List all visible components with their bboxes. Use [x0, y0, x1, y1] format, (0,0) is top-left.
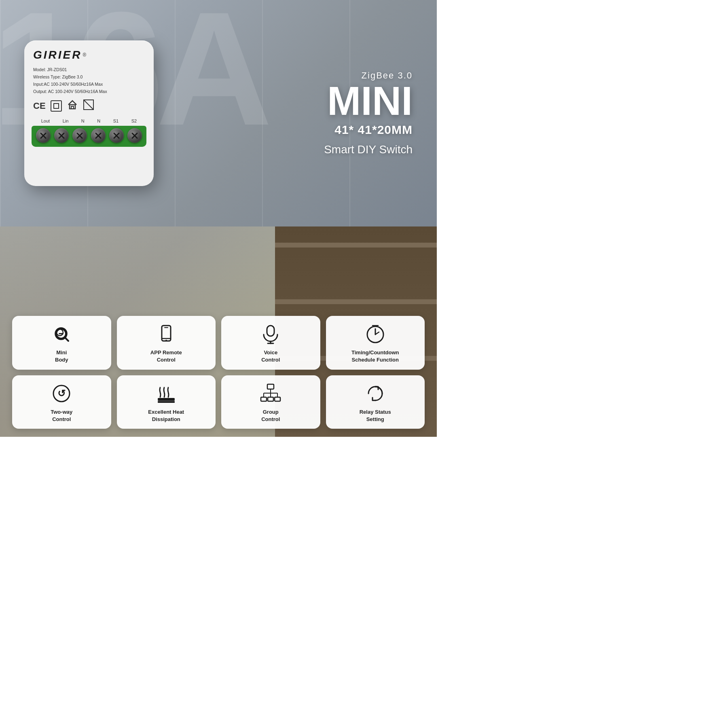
- loop-icon: ↺: [51, 383, 72, 404]
- svg-rect-33: [268, 397, 273, 401]
- svg-rect-34: [275, 397, 280, 401]
- feature-card-relay: Relay StatusSetting: [326, 375, 425, 429]
- terminal-block: [32, 126, 146, 147]
- shelf-top: [275, 243, 437, 248]
- network-icon: [260, 383, 281, 404]
- device-container: GIRIER ® Model: JR-ZDS01 Wireless Type: …: [24, 40, 154, 186]
- brand-reg: ®: [83, 52, 86, 58]
- terminal-screw-3: [72, 128, 87, 143]
- terminal-s1: S1: [113, 119, 119, 123]
- spec-text: Model: JR-ZDS01 Wireless Type: ZigBee 3.…: [33, 66, 145, 95]
- svg-rect-23: [158, 398, 175, 400]
- terminal-labels: Lout Lin N N S1 S2: [33, 119, 145, 123]
- voice-control-label: VoiceControl: [261, 349, 280, 364]
- svg-rect-14: [267, 326, 274, 336]
- cert-square-icon: [51, 100, 62, 112]
- feature-grid: MiniBody APP RemoteControl: [12, 316, 425, 429]
- terminal-screw-1: [36, 128, 51, 143]
- feature-card-two-way: ↺ Two-wayControl: [12, 375, 111, 429]
- svg-rect-13: [164, 327, 168, 328]
- model-line: Model: JR-ZDS01: [33, 66, 145, 74]
- feature-card-voice-control: VoiceControl: [221, 316, 320, 369]
- relay-status-label: Relay StatusSetting: [360, 408, 391, 423]
- top-section: 16A GIRIER ® Model: JR-ZDS01 Wireless Ty…: [0, 0, 437, 226]
- smartphone-icon: [155, 323, 177, 345]
- magnify-minus-icon: [51, 323, 72, 345]
- terminal-n2: N: [97, 119, 100, 123]
- product-info: ZigBee 3.0 MINI 41* 41*20MM Smart DIY Sw…: [324, 70, 413, 156]
- svg-line-4: [84, 100, 93, 110]
- svg-rect-24: [158, 400, 175, 402]
- product-type: Smart DIY Switch: [324, 143, 413, 156]
- svg-line-8: [65, 338, 68, 341]
- terminal-screw-2: [54, 128, 69, 143]
- heat-label: Excellent HeatDissipation: [148, 408, 184, 423]
- timing-label: Timing/CountdownSchedule Function: [351, 349, 399, 364]
- svg-rect-26: [267, 384, 274, 389]
- svg-rect-32: [261, 397, 267, 401]
- wireless-line: Wireless Type: ZigBee 3.0: [33, 74, 145, 81]
- app-remote-label: APP RemoteControl: [150, 349, 182, 364]
- refresh-icon: [364, 383, 386, 404]
- cert-recycle-icon: [83, 99, 94, 113]
- svg-rect-25: [158, 402, 175, 403]
- terminal-s2: S2: [131, 119, 137, 123]
- product-dimensions: 41* 41*20MM: [324, 123, 413, 137]
- feature-card-app-remote: APP RemoteControl: [117, 316, 216, 369]
- terminal-lout: Lout: [41, 119, 50, 123]
- terminal-screw-4: [91, 128, 106, 143]
- shelf-mid: [275, 299, 437, 304]
- bottom-section: MiniBody APP RemoteControl: [0, 226, 437, 437]
- device-box: GIRIER ® Model: JR-ZDS01 Wireless Type: …: [24, 40, 154, 186]
- feature-card-mini-body: MiniBody: [12, 316, 111, 369]
- heat-icon: [155, 383, 177, 404]
- terminal-screw-5: [109, 128, 124, 143]
- feature-card-timing: Timing/CountdownSchedule Function: [326, 316, 425, 369]
- cert-icons: CE: [33, 99, 145, 113]
- svg-rect-2: [71, 106, 74, 109]
- microphone-icon: [260, 323, 281, 345]
- group-control-label: GroupControl: [261, 408, 280, 423]
- product-title: MINI: [324, 83, 413, 119]
- mini-body-label: MiniBody: [55, 349, 68, 364]
- ce-icon: CE: [33, 101, 46, 111]
- input-line: Input:AC 100-240V 50/60Hz16A Max: [33, 81, 145, 88]
- terminal-lin: Lin: [63, 119, 69, 123]
- output-line: Output: AC 100-240V 50/60Hz16A Max: [33, 88, 145, 95]
- clock-icon: [364, 323, 386, 345]
- cert-house-icon: [67, 99, 78, 113]
- svg-point-12: [165, 340, 167, 341]
- feature-card-group: GroupControl: [221, 375, 320, 429]
- brand-row: GIRIER ®: [33, 49, 145, 61]
- terminal-n1: N: [81, 119, 85, 123]
- svg-rect-0: [54, 104, 59, 108]
- svg-text:↺: ↺: [57, 388, 66, 399]
- brand-name: GIRIER: [33, 49, 82, 61]
- two-way-label: Two-wayControl: [51, 408, 72, 423]
- feature-card-heat: Excellent HeatDissipation: [117, 375, 216, 429]
- terminal-screw-6: [127, 128, 142, 143]
